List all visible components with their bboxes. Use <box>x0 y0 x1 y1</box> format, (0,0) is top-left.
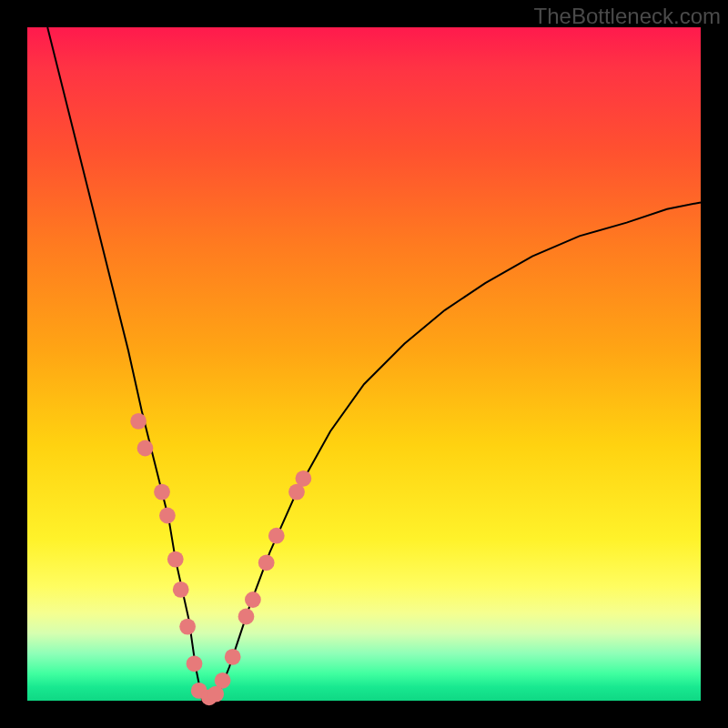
marker-point <box>258 554 275 571</box>
chart-frame: TheBottleneck.com <box>0 0 728 728</box>
marker-point <box>167 551 184 568</box>
marker-point <box>245 592 261 608</box>
bottleneck-curve <box>47 27 701 701</box>
marker-point <box>187 655 203 672</box>
marker-point <box>238 609 255 625</box>
marker-point <box>159 508 176 524</box>
marker-group <box>130 413 311 705</box>
marker-point <box>137 440 154 457</box>
marker-point <box>130 413 147 430</box>
watermark-text: TheBottleneck.com <box>534 4 721 29</box>
marker-point <box>296 470 312 487</box>
marker-point <box>154 484 170 500</box>
marker-point <box>179 619 196 635</box>
marker-point <box>268 528 285 544</box>
marker-point <box>215 672 231 689</box>
curve-svg <box>27 27 701 701</box>
marker-point <box>225 649 241 665</box>
plot-area <box>27 27 701 701</box>
marker-point <box>173 581 189 598</box>
